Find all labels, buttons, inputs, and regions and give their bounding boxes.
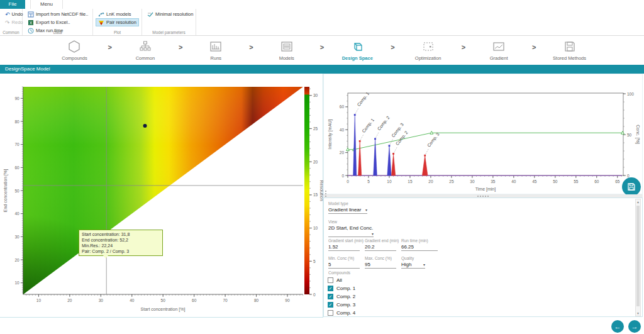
- peak: [387, 146, 391, 175]
- peak-label-leader: [376, 132, 379, 138]
- menu-tab[interactable]: Menu: [30, 0, 63, 9]
- app-window: File Menu ↶ Undo ↷ Redo Common Import fr…: [0, 0, 644, 334]
- design-space-heatmap[interactable]: 1020304050607080901020304050607080900510…: [0, 74, 323, 318]
- import-icon: [28, 11, 34, 18]
- time-tick-label: 50: [553, 179, 558, 184]
- nav-label: Stored Methods: [553, 55, 586, 61]
- time-tick-label: 40: [511, 179, 516, 184]
- nav-item-design-space[interactable]: Design Space: [333, 39, 382, 61]
- checkbox-checked-icon[interactable]: ✓: [328, 286, 333, 291]
- runs-chart-icon: [209, 39, 223, 54]
- checkbox-unchecked-icon[interactable]: [328, 310, 333, 316]
- redo-button[interactable]: ↷ Redo: [3, 18, 19, 26]
- design-space-panel: 1020304050607080901020304050607080900510…: [0, 74, 323, 318]
- minimal-resolution-button[interactable]: Minimal resolution: [145, 10, 193, 18]
- colorbar-tick-label: 15: [313, 192, 318, 197]
- max-conc-input[interactable]: 95: [365, 262, 396, 269]
- lnk-models-label: LnK models: [106, 11, 131, 17]
- peak: [422, 155, 428, 175]
- colorbar-tick-label: 25: [313, 126, 318, 131]
- export-excel-button[interactable]: X Export to Excel..: [25, 18, 90, 26]
- chromatogram-left-axis-title: Intensity [mAU]: [328, 120, 333, 150]
- chevron-right-icon: >: [249, 43, 253, 51]
- heatmap-y-tick-label: 60: [14, 165, 19, 170]
- compound-checkbox-label: Comp. 3: [336, 302, 355, 308]
- chevron-down-icon: ▾: [423, 262, 425, 267]
- previous-step-button[interactable]: ←: [611, 320, 624, 333]
- ribbon-group-label-data: Data: [23, 30, 92, 35]
- chevron-right-icon: >: [320, 43, 324, 51]
- chevron-right-icon: >: [179, 43, 182, 51]
- run-time-label: Run time (min): [401, 238, 428, 243]
- nav-item-compounds[interactable]: Compounds: [50, 39, 99, 61]
- gradient-start-input[interactable]: 1.52: [328, 244, 360, 251]
- time-tick-label: 20: [428, 179, 433, 184]
- peak-label-leader: [360, 134, 364, 140]
- title-bar: File Menu: [0, 0, 644, 9]
- peak: [358, 141, 362, 175]
- scroll-up-icon[interactable]: ▲: [636, 200, 640, 204]
- scroll-down-icon[interactable]: ▼: [636, 311, 640, 315]
- checkbox-checked-icon[interactable]: ✓: [328, 302, 333, 308]
- chromatogram-x-axis-title: Time [min]: [475, 187, 496, 192]
- run-time-input[interactable]: 66.25: [401, 244, 438, 251]
- compound-row-comp-2[interactable]: ✓Comp. 2: [328, 292, 355, 301]
- gradient-conc-line: [348, 133, 623, 150]
- save-icon: [627, 182, 636, 191]
- file-tab[interactable]: File: [0, 0, 25, 9]
- time-tick-label: 10: [387, 179, 392, 184]
- breadcrumb: Compounds > Common > Runs > Models >: [0, 36, 644, 65]
- min-conc-input[interactable]: 5: [328, 262, 360, 269]
- import-netcdf-button[interactable]: Import from NetCDF file..: [25, 10, 90, 18]
- checkbox-unchecked-icon[interactable]: [328, 277, 333, 283]
- chevron-right-icon: >: [532, 43, 536, 51]
- nav-item-models[interactable]: Models: [262, 39, 311, 61]
- ribbon-group-label-model-parameters: Model parameters: [142, 30, 196, 35]
- scrollbar-thumb[interactable]: [636, 206, 640, 306]
- optimization-icon: [421, 39, 435, 54]
- form-scrollbar[interactable]: ▲ ▼: [635, 199, 641, 316]
- save-button[interactable]: [622, 177, 641, 196]
- undo-button[interactable]: ↶ Undo: [3, 10, 19, 18]
- gradient-end-label: Gradient end (min): [365, 238, 399, 243]
- compound-checkbox-label: All: [336, 277, 342, 283]
- time-tick-label: 25: [449, 179, 454, 184]
- colorbar-tick-label: 20: [313, 160, 318, 164]
- excel-icon: X: [28, 19, 34, 26]
- cube-icon: [350, 39, 364, 54]
- intensity-tick-label: 60: [340, 104, 345, 109]
- intensity-tick-label: 20: [340, 150, 345, 155]
- nav-item-common[interactable]: Common: [121, 39, 170, 61]
- view-select[interactable]: 2D Start, End Conc.▾: [328, 225, 374, 237]
- heatmap-y-tick-label: 20: [14, 258, 19, 262]
- arrow-left-icon: ←: [614, 323, 621, 330]
- model-type-select[interactable]: Gradient linear▾: [328, 207, 367, 214]
- nav-label: Gradient: [490, 55, 508, 61]
- heatmap-x-tick-label: 80: [254, 298, 259, 303]
- heatmap-y-axis-title: End concentration [%]: [3, 169, 8, 213]
- nav-item-optimization[interactable]: Optimization: [404, 39, 453, 61]
- scatter-icon: [98, 11, 104, 18]
- nav-item-stored-methods[interactable]: Stored Methods: [545, 39, 594, 61]
- peak: [391, 153, 395, 175]
- lnk-models-button[interactable]: LnK models: [96, 10, 139, 18]
- view-value: 2D Start, End Conc.: [328, 225, 373, 231]
- nav-item-runs[interactable]: Runs: [191, 39, 240, 61]
- chromatogram-chart[interactable]: 051015202530354045505560650204060050100T…: [324, 74, 642, 194]
- next-step-button[interactable]: →: [628, 320, 641, 333]
- checkbox-checked-icon[interactable]: ✓: [328, 294, 333, 299]
- heatmap-surface[interactable]: [23, 87, 303, 294]
- compound-row-comp-3[interactable]: ✓Comp. 3: [328, 301, 355, 309]
- compound-row-comp-4[interactable]: Comp. 4: [328, 309, 355, 317]
- compound-row-all[interactable]: All: [328, 276, 355, 284]
- ribbon-group-model-parameters: Minimal resolution Model parameters: [142, 9, 196, 35]
- quality-select[interactable]: High▾: [401, 262, 425, 269]
- pair-resolution-button[interactable]: Pair resolution: [96, 18, 139, 26]
- compound-row-comp-1[interactable]: ✓Comp. 1: [328, 284, 355, 292]
- gradient-end-input[interactable]: 20.2: [365, 244, 396, 251]
- time-tick-label: 30: [470, 179, 475, 184]
- chevron-right-icon: >: [108, 43, 111, 51]
- compounds-label: Compounds: [328, 270, 350, 275]
- nav-label: Optimization: [415, 55, 441, 61]
- nav-item-gradient[interactable]: Gradient: [474, 39, 523, 61]
